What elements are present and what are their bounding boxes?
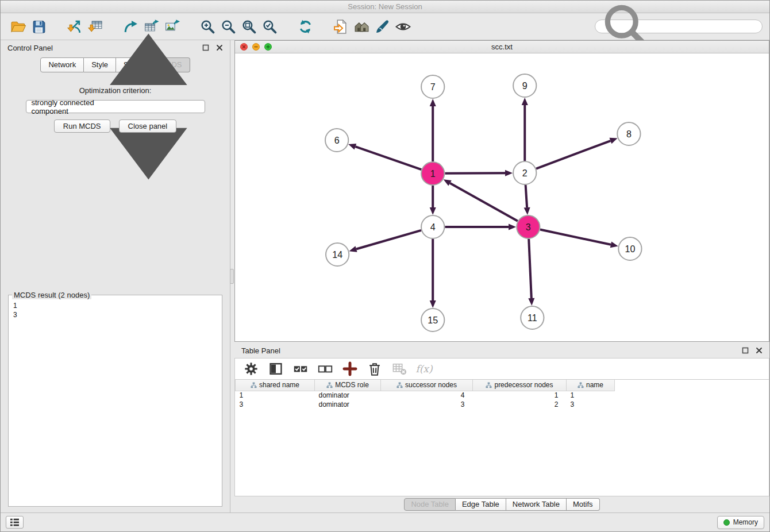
cell-name[interactable]: 3 <box>567 400 615 409</box>
toolbar-button-zoom-out[interactable] <box>218 16 238 37</box>
table-toolbar-button-settings-gear[interactable] <box>244 361 259 376</box>
panel-selector-button[interactable] <box>6 516 24 529</box>
tab-node-table[interactable]: Node Table <box>404 498 456 511</box>
run-mcds-button[interactable]: Run MCDS <box>54 119 110 133</box>
control-panel-spacer <box>1 133 230 291</box>
column-header-mcds-role[interactable]: MCDS role <box>315 380 381 391</box>
search-field[interactable] <box>595 20 763 33</box>
graph-edge-arrowhead <box>522 98 528 105</box>
select-all-icon <box>293 361 308 376</box>
column-header-label: shared name <box>259 381 299 389</box>
mcds-result-line: 3 <box>13 310 217 319</box>
delete-row-icon <box>367 361 382 376</box>
import-network-icon <box>67 19 82 34</box>
cell-shared-name[interactable]: 3 <box>236 400 315 409</box>
graph-edge-arrowhead <box>430 207 436 215</box>
control-panel: Control Panel NetworkStyleSelectMCDS Opt… <box>1 40 230 512</box>
cell-predecessor-nodes[interactable]: 2 <box>473 400 567 409</box>
control-panel-float-button[interactable] <box>202 44 209 51</box>
cell-predecessor-nodes[interactable]: 1 <box>473 391 567 400</box>
graph-edge-arrowhead <box>609 138 617 144</box>
column-header-predecessor-nodes[interactable]: predecessor nodes <box>473 380 567 391</box>
column-header-shared-name[interactable]: shared name <box>236 380 315 391</box>
control-panel-title: Control Panel <box>7 44 53 52</box>
cell-successor-nodes[interactable]: 3 <box>381 400 473 409</box>
graph-edge-2-3[interactable] <box>526 185 528 207</box>
cell-shared-name[interactable]: 1 <box>236 391 315 400</box>
open-folder-icon <box>10 19 26 34</box>
graph-edge-3-10[interactable] <box>540 229 611 244</box>
table-row[interactable]: 1dominator411 <box>236 391 769 400</box>
function-builder-icon: f(x) <box>415 363 432 375</box>
toolbar-button-save[interactable] <box>28 16 49 37</box>
tab-motifs[interactable]: Motifs <box>567 498 600 511</box>
toolbar-button-export-document[interactable] <box>330 16 351 37</box>
search-input[interactable] <box>656 22 757 31</box>
toolbar-button-show-hide[interactable] <box>392 16 413 37</box>
table-panel-close-button[interactable] <box>756 347 763 354</box>
network-canvas[interactable]: 7968124314101511 <box>235 53 769 341</box>
tab-network-table[interactable]: Network Table <box>506 498 567 511</box>
cell-mcds-role[interactable]: dominator <box>315 400 381 409</box>
table-toolbar-button-add-row[interactable] <box>342 361 357 376</box>
panel-splitter-handle[interactable] <box>230 269 234 284</box>
toolbar-button-home[interactable] <box>351 16 372 37</box>
window-titlebar: Session: New Session <box>1 1 769 13</box>
control-panel-buttons: Run MCDS Close panel <box>1 119 230 133</box>
toolbar-button-refresh[interactable] <box>295 16 315 37</box>
table-toolbar-button-select-all[interactable] <box>293 361 308 376</box>
tab-network[interactable]: Network <box>40 57 84 72</box>
delete-table-icon <box>392 361 407 376</box>
memory-button[interactable]: Memory <box>717 516 764 529</box>
toolbar-group <box>7 16 49 37</box>
graph-edge-3-1[interactable] <box>450 183 518 221</box>
table-toolbar-button-columns[interactable] <box>268 361 283 376</box>
close-panel-button[interactable]: Close panel <box>119 119 177 133</box>
toolbar-button-import-network[interactable] <box>64 16 84 37</box>
graph-edge-arrowhead <box>348 144 356 149</box>
table-toolbar-button-delete-table <box>392 361 407 376</box>
toolbar-group <box>295 16 315 37</box>
graph-edge-arrowhead <box>509 224 516 230</box>
column-header-name[interactable]: name <box>567 380 615 391</box>
column-header-label: successor nodes <box>405 381 457 389</box>
cell-name[interactable]: 1 <box>567 391 615 400</box>
settings-gear-icon <box>244 361 259 376</box>
refresh-icon <box>298 19 313 34</box>
close-window-icon[interactable] <box>240 43 248 51</box>
graph-edge-2-8[interactable] <box>536 141 610 169</box>
column-header-label: name <box>586 381 603 389</box>
cell-mcds-role[interactable]: dominator <box>315 391 381 400</box>
column-header-successor-nodes[interactable]: successor nodes <box>381 380 473 391</box>
control-panel-close-button[interactable] <box>216 44 223 51</box>
cell-successor-nodes[interactable]: 4 <box>381 391 473 400</box>
minimize-window-icon[interactable] <box>252 43 260 51</box>
criterion-select[interactable]: strongly connected component <box>26 100 205 113</box>
graph-edge-3-11[interactable] <box>529 239 532 298</box>
mcds-result-list[interactable]: 13 <box>10 300 221 320</box>
mcds-result-line: 1 <box>13 301 217 310</box>
table-panel-float-button[interactable] <box>742 347 749 354</box>
graph-node-label: 3 <box>526 222 531 232</box>
zoom-selected-icon <box>262 19 278 34</box>
node-table[interactable]: shared nameMCDS rolesuccessor nodesprede… <box>234 380 769 496</box>
toolbar-button-style[interactable] <box>372 16 392 37</box>
network-window: scc.txt 7968124314101511 <box>234 40 769 342</box>
toolbar-button-zoom-selected[interactable] <box>259 16 280 37</box>
table-panel-header: Table Panel <box>234 343 769 358</box>
graph-edge-1-2[interactable] <box>445 173 505 174</box>
graph-edge-4-14[interactable] <box>356 230 421 249</box>
graph-edge-1-6[interactable] <box>355 147 421 169</box>
column-sort-icon <box>578 382 584 388</box>
toolbar-button-open-folder[interactable] <box>7 16 28 37</box>
table-toolbar-button-delete-row[interactable] <box>367 361 382 376</box>
toolbar-button-zoom-fit[interactable] <box>238 16 259 37</box>
zoom-window-icon[interactable] <box>264 43 272 51</box>
table-row[interactable]: 3dominator323 <box>236 400 769 409</box>
tab-edge-table[interactable]: Edge Table <box>456 498 506 511</box>
zoom-fit-icon <box>241 19 257 34</box>
table-header-row: shared nameMCDS rolesuccessor nodesprede… <box>236 380 769 391</box>
graph-node-label: 4 <box>430 222 436 232</box>
style-icon <box>375 19 390 34</box>
table-toolbar-button-deselect-all[interactable] <box>318 361 333 376</box>
